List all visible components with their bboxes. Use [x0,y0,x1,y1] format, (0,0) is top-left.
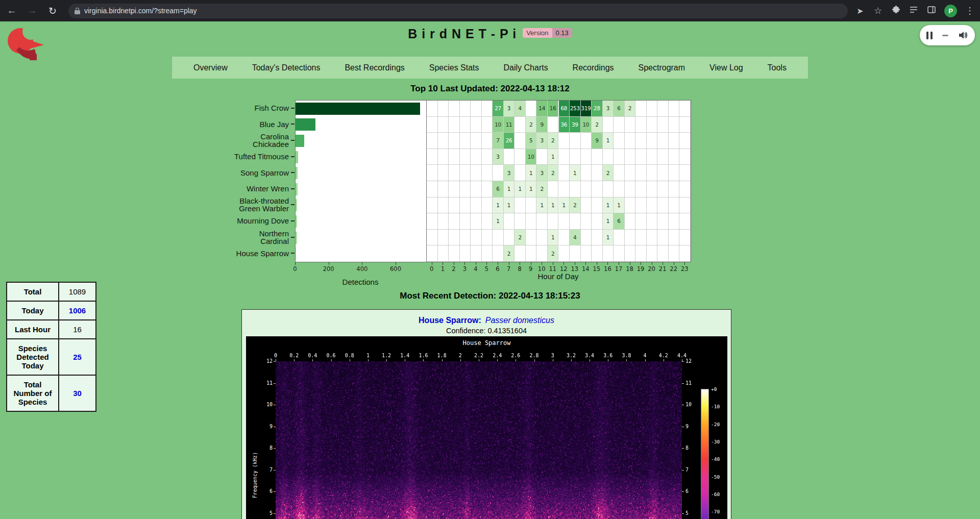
time-tick-label: 0 [268,353,283,358]
heatmap-cell [559,245,570,262]
detections-bar [296,183,298,195]
heatmap-cell [526,213,537,230]
heatmap-cell [449,149,460,165]
y-axis-tick [291,108,295,109]
freq-tick-label: 11 [685,380,698,386]
heatmap-cell [635,245,647,262]
detections-bar [296,248,296,260]
heatmap-cell [548,213,559,230]
x-axis-tick [454,262,454,265]
stat-value-link[interactable]: 1006 [59,301,96,320]
freq-tick-label: 12 [685,358,698,364]
x-axis-tick [630,262,630,265]
heatmap-cell [614,165,625,181]
hour-tick-label: 21 [657,265,668,273]
heatmap-cell [679,149,691,165]
heatmap-cell: 16 [548,101,559,117]
stat-value-link[interactable]: 30 [59,375,96,411]
x-axis-tick [396,262,396,265]
heatmap-cell: 1 [493,197,504,214]
time-tick-label: 3.6 [600,353,616,358]
reading-list-icon[interactable] [909,6,919,15]
x-axis-tick [652,262,652,265]
freq-tick-label: 8 [685,445,698,451]
heatmap-cell: 2 [536,181,548,197]
species-common-name-link[interactable]: House Sparrow: [419,316,481,325]
heatmap-cell [570,133,581,149]
stats-row: Last Hour16 [7,320,96,339]
heatmap-cell: 1 [603,213,614,230]
menu-dots-icon[interactable]: ⋮ [965,5,975,16]
heatmap-cell [526,197,537,214]
heatmap-cell [460,117,471,133]
heatmap-cell [559,230,570,246]
stat-value-link[interactable]: 25 [59,339,96,375]
heatmap-cell: 39 [570,117,581,133]
x-tick-label: 600 [388,265,403,273]
page: B i r d N E T - P iVersion0.13 OverviewT… [0,21,980,519]
heatmap-cell: 4 [514,101,526,117]
time-tick-label: 4 [638,353,653,358]
reload-button[interactable]: ↻ [44,2,61,19]
heatmap-cell [482,133,493,149]
heatmap-cell [438,165,449,181]
heatmap-cell [438,197,449,214]
heatmap-cell: 9 [536,117,548,133]
heatmap-cell [581,149,592,165]
side-panel-icon[interactable] [926,6,937,15]
heatmap-cell [614,117,625,133]
heatmap-cell [635,117,647,133]
colorbar-tick-label: -70 [711,509,726,514]
heatmap-cell: 319 [581,101,592,117]
heatmap-cell [438,101,449,117]
heatmap-cell [536,149,548,165]
heatmap-cell [657,117,669,133]
heatmap-cell [679,181,691,197]
heatmap-cell [471,133,482,149]
x-axis-tick [329,262,329,265]
heatmap-cell [460,133,471,149]
heatmap-cell [669,245,680,262]
profile-avatar[interactable]: P [944,5,957,17]
time-tick-label: 3.4 [582,353,597,358]
forward-button[interactable]: → [23,2,41,19]
hour-tick-label: 14 [580,265,591,273]
extensions-puzzle-icon[interactable] [891,6,901,16]
freq-tick [274,470,276,471]
heatmap-cell [449,197,460,214]
heatmap-cell [603,149,614,165]
time-tick-label: 1.8 [434,353,450,358]
time-tick-label: 0.4 [305,353,320,358]
heatmap-cell [657,213,669,230]
heatmap-cell [657,197,669,214]
heatmap-cell [625,197,636,214]
address-bar[interactable]: virginia.birdnetpi.com/?stream=play [68,4,848,18]
heatmap-cell [679,197,691,214]
x-axis-tick [564,262,564,265]
spectrogram-image[interactable]: House Sparrow Frequency (kHz) 00.20.40.6… [246,336,727,519]
heatmap-cell: 5 [526,133,537,149]
bookmark-star-icon[interactable]: ☆ [873,5,883,16]
freq-tick-label: 8 [260,445,273,451]
heatmap-cell [427,133,438,149]
heatmap-cell [449,165,460,181]
heatmap-cell [603,181,614,197]
time-tick-label: 2.4 [489,353,505,358]
heatmap-cell [657,230,669,246]
heatmap-cell [427,213,438,230]
heatmap-cell [635,101,647,117]
heatmap-cell [514,149,526,165]
back-button[interactable]: ← [3,2,20,19]
heatmap-cell: 2 [570,197,581,214]
heatmap-cell: 2 [548,245,559,262]
heatmap-cell [592,149,603,165]
heatmap-cell: 11 [504,117,515,133]
share-icon[interactable]: ➤ [855,6,865,16]
heatmap-cell [669,213,680,230]
detections-bar [296,167,298,179]
time-tick [516,359,516,361]
hour-tick-label: 10 [536,265,547,273]
species-scientific-name-link[interactable]: Passer domesticus [485,316,554,325]
heatmap-cell [669,101,680,117]
heatmap-cell: 3 [603,101,614,117]
